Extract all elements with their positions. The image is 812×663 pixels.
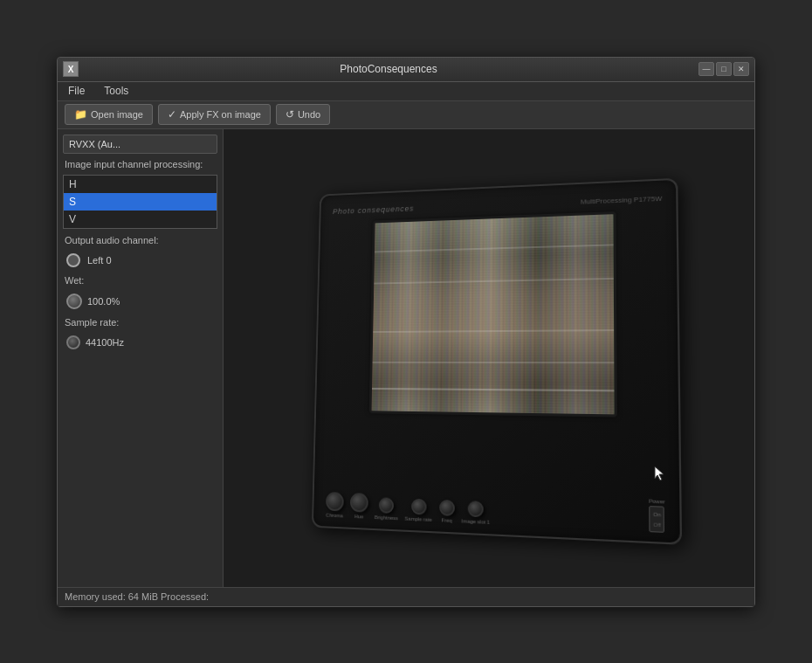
toolbar: 📁 Open image ✓ Apply FX on image ↺ Undo [58, 101, 754, 129]
tv-screen [371, 214, 614, 414]
open-icon: 📁 [74, 108, 87, 121]
app-icon: X [63, 61, 79, 77]
channel-list: H S V [63, 175, 217, 229]
tv-model-label: MultiProcessing P1775W [581, 194, 662, 205]
main-view: Photo consequences MultiProcessing P1775… [224, 129, 754, 587]
channel-v[interactable]: V [64, 211, 217, 228]
wet-row: 100.0% [63, 292, 217, 311]
output-audio-label: Output audio channel: [63, 232, 217, 248]
chroma-label: Chroma [326, 512, 343, 518]
freq-label: Freq [441, 517, 451, 523]
output-audio-row: Left 0 [63, 252, 217, 269]
sample-rate-value: 44100Hz [86, 337, 124, 348]
channel-processing-header: Image input channel processing: [63, 157, 217, 171]
hue-knob[interactable] [350, 493, 368, 513]
wet-label-row: Wet: [63, 273, 217, 288]
tv-bottom-panel: Chroma Hue Brightness [326, 487, 665, 533]
screen-glitch-lines [371, 214, 614, 414]
sample-rate-tv-knob[interactable] [411, 498, 427, 515]
tv-knobs: Chroma Hue Brightness [326, 492, 490, 525]
image-slot-label: Image slot 1 [461, 518, 490, 525]
statusbar-text: Memory used: 64 MiB Processed: [65, 591, 209, 602]
titlebar-buttons: — □ ✕ [698, 62, 749, 76]
statusbar: Memory used: 64 MiB Processed: [58, 587, 754, 606]
titlebar: X PhotoConsequences — □ ✕ [58, 58, 754, 82]
power-on-label: On [653, 511, 661, 517]
knob-sample-rate: Sample rate [405, 498, 433, 522]
wet-knob[interactable] [66, 294, 82, 309]
undo-button[interactable]: ↺ Undo [276, 104, 330, 125]
minimize-button[interactable]: — [698, 62, 714, 76]
knob-freq: Freq [439, 499, 455, 522]
menu-file[interactable]: File [63, 83, 90, 99]
knob-image-slot: Image slot 1 [461, 500, 490, 524]
apply-fx-button[interactable]: ✓ Apply FX on image [158, 104, 271, 125]
knob-hue: Hue [350, 493, 368, 520]
menu-tools[interactable]: Tools [99, 83, 134, 99]
tv-screen-bezel [368, 211, 616, 417]
sample-rate-tv-label: Sample rate [405, 515, 432, 521]
power-switch[interactable]: On Off [650, 506, 665, 533]
power-off-label: Off [653, 521, 661, 527]
content-area: RVXX (Au... Image input channel processi… [58, 129, 754, 587]
knob-brightness: Brightness [375, 497, 398, 521]
open-image-button[interactable]: 📁 Open image [65, 104, 153, 125]
freq-knob[interactable] [439, 499, 455, 515]
maximize-button[interactable]: □ [716, 62, 732, 76]
brightness-knob[interactable] [379, 497, 394, 514]
brightness-label: Brightness [375, 515, 398, 521]
output-radio[interactable] [66, 253, 80, 267]
channel-s[interactable]: S [64, 193, 217, 211]
screen-content [371, 214, 614, 414]
plugin-label: RVXX (Au... [63, 135, 217, 154]
sidebar: RVXX (Au... Image input channel processi… [58, 129, 224, 587]
tv-controls-row: Chroma Hue Brightness [326, 487, 665, 533]
close-button[interactable]: ✕ [733, 62, 749, 76]
channel-h[interactable]: H [64, 176, 217, 193]
power-label: Power [649, 498, 665, 504]
sample-rate-row: 44100Hz [63, 334, 217, 351]
knob-chroma: Chroma [326, 492, 344, 518]
hue-label: Hue [354, 514, 363, 519]
main-window: X PhotoConsequences — □ ✕ File Tools 📁 O… [57, 57, 755, 607]
checkmark-icon: ✓ [168, 108, 176, 121]
tv-brand-label: Photo consequences [333, 204, 415, 215]
sample-rate-label-row: Sample rate: [63, 314, 217, 330]
window-title: PhotoConsequences [79, 63, 698, 75]
chroma-knob[interactable] [326, 492, 344, 511]
image-slot-knob[interactable] [468, 501, 484, 517]
menubar: File Tools [58, 82, 754, 101]
tv-display: Photo consequences MultiProcessing P1775… [312, 177, 682, 544]
output-value: Left 0 [87, 255, 112, 266]
wet-value: 100.0% [87, 296, 120, 307]
tv-power-area: Power On Off [649, 498, 665, 532]
undo-icon: ↺ [286, 108, 294, 121]
sample-rate-knob[interactable] [66, 335, 80, 349]
tv-body: Photo consequences MultiProcessing P1775… [312, 177, 682, 544]
desktop: X PhotoConsequences — □ ✕ File Tools 📁 O… [0, 0, 812, 663]
